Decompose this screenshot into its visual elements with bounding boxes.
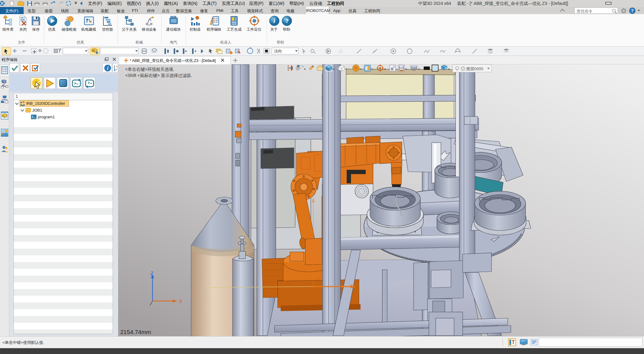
svg-text:?: ? — [631, 8, 634, 13]
svg-text:2154.74mm: 2154.74mm — [120, 329, 151, 335]
svg-text:X: X — [179, 299, 182, 304]
svg-text:i: i — [107, 66, 109, 71]
svg-text:法向: 法向 — [274, 49, 282, 53]
svg-text:?: ? — [285, 18, 289, 24]
svg-text:i: i — [273, 17, 275, 24]
svg-text:Z: Z — [150, 271, 153, 276]
